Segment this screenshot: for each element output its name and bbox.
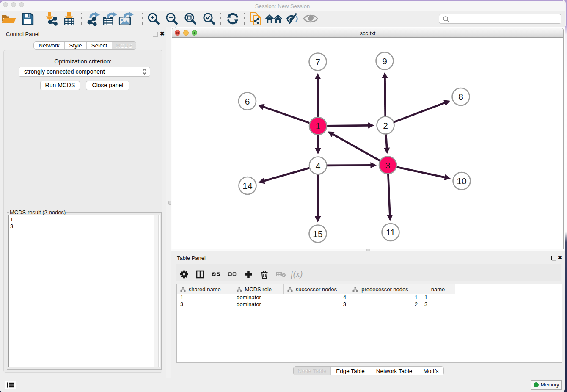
- svg-text:9: 9: [382, 56, 387, 66]
- svg-text:8: 8: [458, 92, 463, 102]
- svg-text:10: 10: [457, 176, 466, 186]
- svg-text:1: 1: [316, 121, 321, 131]
- svg-text:14: 14: [242, 181, 253, 190]
- svg-text:4: 4: [316, 161, 321, 171]
- svg-text:7: 7: [315, 57, 320, 67]
- svg-text:11: 11: [386, 227, 395, 237]
- svg-text:3: 3: [385, 160, 391, 170]
- svg-text:6: 6: [245, 97, 250, 106]
- svg-text:2: 2: [383, 121, 388, 130]
- svg-text:15: 15: [313, 229, 322, 239]
